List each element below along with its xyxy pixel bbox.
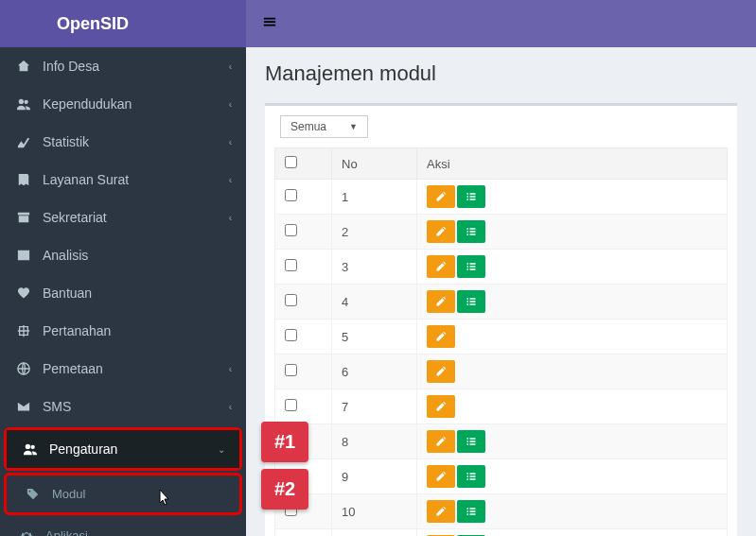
row-checkbox[interactable]	[285, 329, 297, 341]
cell-no: 8	[332, 424, 417, 459]
submodul-button[interactable]	[457, 430, 485, 453]
menu-toggle-icon[interactable]	[263, 15, 276, 32]
sidebar-sub-aplikasi[interactable]: Aplikasi	[0, 517, 246, 536]
cell-aksi	[417, 389, 728, 424]
table-row: 6	[275, 354, 728, 389]
sidebar-item-pengaturan[interactable]: Pengaturan⌄	[7, 430, 239, 468]
sidebar-item-label: Statistik	[43, 134, 229, 149]
sidebar-item-statistik[interactable]: Statistik‹	[0, 123, 246, 161]
check-icon	[14, 249, 33, 262]
row-checkbox[interactable]	[285, 294, 297, 306]
heart-icon	[14, 286, 33, 300]
cell-no: 9	[332, 459, 417, 494]
row-checkbox[interactable]	[285, 259, 297, 271]
cell-aksi	[417, 494, 728, 529]
select-all-checkbox[interactable]	[285, 156, 297, 168]
cell-no: 11	[332, 529, 417, 537]
archive-icon	[14, 211, 33, 224]
sidebar-item-pemetaan[interactable]: Pemetaan‹	[0, 350, 246, 388]
cell-aksi	[417, 320, 728, 354]
submodul-button[interactable]	[457, 185, 485, 208]
cell-no: 7	[332, 389, 417, 424]
sidebar-item-label: Layanan Surat	[43, 172, 229, 187]
submodul-button[interactable]	[457, 255, 485, 278]
edit-button[interactable]	[427, 185, 455, 208]
table-row: 7	[275, 389, 728, 424]
cell-aksi	[417, 180, 728, 215]
chevron-left-icon: ‹	[229, 364, 232, 374]
gear-icon	[17, 529, 36, 537]
cell-no: 2	[332, 215, 417, 250]
cell-no: 10	[332, 494, 417, 529]
sidebar-item-label: Kependudukan	[43, 96, 229, 112]
sidebar-item-info-desa[interactable]: Info Desa‹	[0, 47, 246, 85]
submodul-button[interactable]	[457, 500, 485, 523]
table-row: 4	[275, 285, 728, 320]
edit-button[interactable]	[427, 325, 455, 348]
home-icon	[14, 60, 33, 73]
tags-icon	[24, 488, 43, 501]
globe-icon	[14, 362, 33, 375]
book-icon	[14, 173, 33, 186]
sidebar-item-layanan-surat[interactable]: Layanan Surat‹	[0, 161, 246, 199]
cell-no: 6	[332, 354, 417, 389]
edit-button[interactable]	[427, 220, 455, 243]
content-box: Semua ▼ No Aksi 1234567891011	[265, 103, 737, 536]
filter-dropdown[interactable]: Semua ▼	[280, 115, 368, 138]
dropdown-caret-icon: ▼	[349, 122, 358, 131]
chevron-left-icon: ‹	[229, 175, 232, 185]
map-icon	[14, 324, 33, 337]
users-icon	[21, 442, 40, 456]
cell-aksi	[417, 250, 728, 285]
sidebar-item-analisis[interactable]: Analisis	[0, 236, 246, 274]
row-checkbox[interactable]	[285, 364, 297, 376]
table-row: 10	[275, 494, 728, 529]
cell-no: 1	[332, 180, 417, 215]
chevron-down-icon: ⌄	[218, 444, 225, 455]
submodul-button[interactable]	[457, 220, 485, 243]
callout-1: #1	[261, 422, 308, 462]
table-row: 5	[275, 320, 728, 354]
table-row: 2	[275, 215, 728, 250]
sidebar-item-label: Bantuan	[43, 285, 232, 301]
modul-table: No Aksi 1234567891011	[274, 147, 728, 536]
sidebar-item-label: Pemetaan	[43, 361, 229, 376]
cell-aksi	[417, 424, 728, 459]
callout-2: #2	[261, 469, 308, 510]
row-checkbox[interactable]	[285, 224, 297, 236]
filter-label: Semua	[290, 120, 326, 133]
sidebar-item-kependudukan[interactable]: Kependudukan‹	[0, 85, 246, 123]
table-row: 8	[275, 424, 728, 459]
sidebar-item-label: Pertanahan	[43, 323, 232, 338]
chevron-left-icon: ‹	[229, 137, 232, 147]
sidebar-item-bantuan[interactable]: Bantuan	[0, 274, 246, 312]
sidebar-item-label: Pengaturan	[49, 441, 218, 457]
row-checkbox[interactable]	[285, 189, 297, 201]
submodul-button[interactable]	[457, 465, 485, 488]
table-row: 3	[275, 250, 728, 285]
submodul-button[interactable]	[457, 290, 485, 313]
edit-button[interactable]	[427, 360, 455, 383]
sidebar-item-sms[interactable]: SMS‹	[0, 388, 246, 425]
table-row: 11	[275, 529, 728, 537]
sidebar-item-label: SMS	[43, 399, 229, 414]
cell-aksi	[417, 459, 728, 494]
edit-button[interactable]	[427, 395, 455, 418]
sidebar-item-label: Analisis	[43, 248, 232, 263]
sidebar-item-label: Info Desa	[43, 59, 229, 74]
app-logo[interactable]: OpenSID	[0, 0, 246, 47]
edit-button[interactable]	[427, 500, 455, 523]
table-row: 9	[275, 459, 728, 494]
sidebar-item-label: Aplikasi	[45, 528, 232, 536]
edit-button[interactable]	[427, 465, 455, 488]
edit-button[interactable]	[427, 290, 455, 313]
edit-button[interactable]	[427, 430, 455, 453]
row-checkbox[interactable]	[285, 399, 297, 411]
sidebar-item-sekretariat[interactable]: Sekretariat‹	[0, 199, 246, 236]
sidebar-item-pertanahan[interactable]: Pertanahan	[0, 312, 246, 350]
table-row: 1	[275, 180, 728, 215]
sidebar-sub-modul[interactable]: Modul	[7, 475, 239, 512]
cell-aksi	[417, 215, 728, 250]
users-icon	[14, 97, 33, 111]
edit-button[interactable]	[427, 255, 455, 278]
